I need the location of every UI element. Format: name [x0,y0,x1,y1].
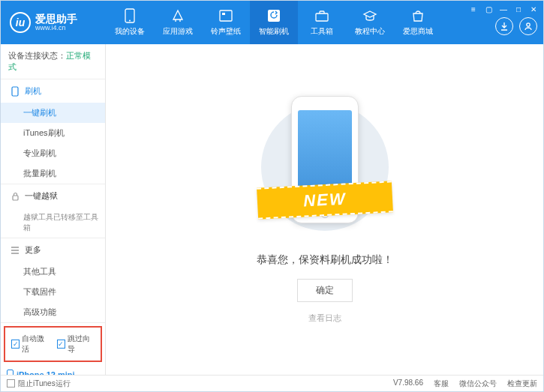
apps-icon [170,8,185,23]
skin-icon[interactable]: ▢ [483,4,494,14]
footer-wechat[interactable]: 微信公众号 [459,379,497,389]
nav-label: 铃声壁纸 [211,26,241,37]
wallpaper-icon [218,8,233,23]
checkbox-skip-guide[interactable]: ✓ 跳过向导 [57,334,95,355]
checkbox-auto-activate[interactable]: ✓ 自动激活 [11,334,50,355]
nav-label: 我的设备 [115,26,145,37]
checkbox-empty-icon [7,379,15,388]
refresh-icon [266,8,281,23]
user-icon[interactable] [519,17,537,35]
section-title: 刷机 [25,85,41,97]
nav-ringtones[interactable]: 铃声壁纸 [202,1,250,44]
sub-oneclick-flash[interactable]: 一键刷机 [1,103,105,123]
app-url: www.i4.cn [35,24,77,32]
footer-service[interactable]: 客服 [434,379,449,389]
section-title: 一键越狱 [25,190,58,202]
lock-icon [10,192,20,201]
success-message: 恭喜您，保资料刷机成功啦！ [257,253,393,267]
svg-rect-7 [12,87,18,96]
options-highlight-box: ✓ 自动激活 ✓ 跳过向导 [4,326,102,362]
content-area: NEW 恭喜您，保资料刷机成功啦！ 确定 查看日志 [106,44,543,375]
sub-itunes-flash[interactable]: iTunes刷机 [1,123,105,143]
nav-label: 智能刷机 [259,26,289,37]
device-info: iPhone 12 mini 64GB Down-12mini-13,1 [1,365,105,375]
hamburger-icon [10,247,20,254]
svg-rect-2 [220,10,232,21]
sub-pro-flash[interactable]: 专业刷机 [1,143,105,163]
sub-download-fw[interactable]: 下载固件 [1,282,105,302]
phone-small-icon [10,86,20,97]
toolbox-icon [314,8,329,23]
svg-rect-5 [316,13,328,21]
nav-my-device[interactable]: 我的设备 [106,1,154,44]
device-phone-icon [7,370,14,375]
sub-batch-flash[interactable]: 批量刷机 [1,163,105,184]
main-nav: 我的设备 应用游戏 铃声壁纸 智能刷机 工具箱 教程中心 爱思商城 [106,1,442,44]
version-label: V7.98.66 [393,379,423,389]
connection-status: 设备连接状态：正常模式 [1,44,105,79]
svg-point-1 [129,20,131,22]
nav-apps[interactable]: 应用游戏 [154,1,202,44]
nav-label: 爱思商城 [403,26,433,37]
store-icon [410,8,425,23]
checkmark-icon: ✓ [57,340,65,349]
sub-advanced[interactable]: 高级功能 [1,302,105,322]
success-illustration: NEW [280,96,370,238]
header-actions [495,1,537,44]
nav-label: 教程中心 [355,26,385,37]
nav-store[interactable]: 爱思商城 [394,1,442,44]
download-icon[interactable] [495,17,513,35]
app-header: iu 爱思助手 www.i4.cn 我的设备 应用游戏 铃声壁纸 智能刷机 工具… [1,1,543,44]
device-name[interactable]: iPhone 12 mini [7,370,99,375]
new-ribbon: NEW [257,181,393,219]
nav-toolbox[interactable]: 工具箱 [298,1,346,44]
svg-point-6 [527,23,530,26]
footer-bar: 阻止iTunes运行 V7.98.66 客服 微信公众号 检查更新 [1,375,543,391]
logo-area: iu 爱思助手 www.i4.cn [1,12,106,33]
svg-rect-8 [13,196,18,200]
view-log-link[interactable]: 查看日志 [308,313,341,324]
footer-update[interactable]: 检查更新 [507,379,537,389]
sidebar: 设备连接状态：正常模式 刷机 一键刷机 iTunes刷机 专业刷机 批量刷机 一… [1,44,106,375]
logo-icon: iu [10,12,31,33]
checkmark-icon: ✓ [11,340,20,349]
menu-icon[interactable]: ≡ [468,4,479,14]
jailbreak-note: 越狱工具已转移至工具箱 [1,208,105,238]
svg-rect-3 [222,13,225,15]
sub-other-tools[interactable]: 其他工具 [1,262,105,282]
app-title: 爱思助手 [35,13,77,24]
graduation-icon [362,8,377,23]
section-title: 更多 [25,244,41,256]
nav-tutorials[interactable]: 教程中心 [346,1,394,44]
ok-button[interactable]: 确定 [297,279,353,302]
nav-label: 工具箱 [311,26,333,37]
nav-label: 应用游戏 [163,26,193,37]
svg-rect-9 [8,370,14,376]
section-jailbreak[interactable]: 一键越狱 [1,184,105,208]
section-more[interactable]: 更多 [1,238,105,262]
section-flash[interactable]: 刷机 [1,79,105,103]
checkbox-block-itunes[interactable]: 阻止iTunes运行 [7,379,71,389]
phone-icon [122,8,137,23]
nav-flash[interactable]: 智能刷机 [250,1,298,44]
